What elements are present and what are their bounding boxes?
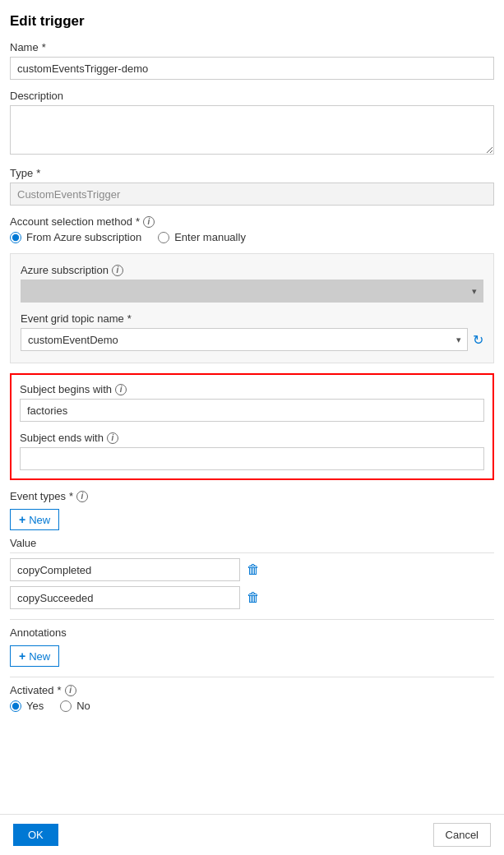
ok-button[interactable]: OK <box>13 824 58 846</box>
subject-begins-label: Subject begins with i <box>20 383 484 395</box>
subject-begins-info-icon[interactable]: i <box>115 384 127 395</box>
footer: OK Cancel <box>0 814 504 855</box>
cancel-button[interactable]: Cancel <box>433 823 491 847</box>
event-types-value-list: Value 🗑 🗑 <box>10 537 494 609</box>
type-label: Type * <box>10 167 494 179</box>
event-grid-group: Event grid topic name * customEventDemo … <box>21 312 483 351</box>
event-grid-refresh-icon[interactable]: ↻ <box>473 332 483 348</box>
description-input[interactable] <box>10 105 494 155</box>
azure-section: Azure subscription i ▾ Event grid topic … <box>10 253 494 363</box>
table-row: 🗑 <box>10 586 494 609</box>
account-selection-group: Account selection method * i From Azure … <box>10 215 494 243</box>
radio-yes-input[interactable] <box>10 700 21 712</box>
divider-2 <box>10 677 494 677</box>
subject-ends-input[interactable] <box>20 447 484 470</box>
type-input <box>10 183 494 206</box>
plus-icon: + <box>19 513 25 526</box>
azure-subscription-label: Azure subscription i <box>21 264 483 276</box>
subject-ends-label: Subject ends with i <box>20 432 484 444</box>
radio-enter-manually[interactable]: Enter manually <box>158 231 246 243</box>
azure-subscription-group: Azure subscription i ▾ <box>21 264 483 303</box>
event-type-1-input[interactable] <box>10 558 240 581</box>
activated-label: Activated * i <box>10 684 494 696</box>
delete-event-type-2-icon[interactable]: 🗑 <box>247 590 260 605</box>
radio-azure-input[interactable] <box>10 232 21 243</box>
activated-radio-group: Yes No <box>10 700 494 712</box>
page-container: Edit trigger Name * Description Type * A… <box>0 0 504 771</box>
radio-azure-subscription[interactable]: From Azure subscription <box>10 231 141 243</box>
value-column-header: Value <box>10 537 494 553</box>
name-field-group: Name * <box>10 41 494 80</box>
radio-no-input[interactable] <box>60 700 72 712</box>
event-types-group: Event types * i + New Value 🗑 🗑 <box>10 490 494 609</box>
event-grid-label: Event grid topic name * <box>21 312 483 325</box>
activated-group: Activated * i Yes No <box>10 684 494 712</box>
account-selection-radio-group: From Azure subscription Enter manually <box>10 231 494 243</box>
description-label: Description <box>10 90 494 102</box>
annotations-label: Annotations <box>10 626 494 639</box>
event-types-label: Event types * i <box>10 490 494 502</box>
name-label: Name * <box>10 41 494 53</box>
event-types-info-icon[interactable]: i <box>76 491 88 502</box>
azure-subscription-select-wrapper: ▾ <box>21 280 483 303</box>
event-grid-select[interactable]: customEventDemo <box>21 328 468 351</box>
event-grid-select-wrapper: customEventDemo ▾ <box>21 328 468 351</box>
radio-yes[interactable]: Yes <box>10 700 44 712</box>
event-grid-select-row: customEventDemo ▾ ↻ <box>21 328 483 351</box>
divider <box>10 619 494 620</box>
azure-subscription-info-icon[interactable]: i <box>112 265 123 276</box>
table-row: 🗑 <box>10 558 494 581</box>
event-type-2-input[interactable] <box>10 586 240 609</box>
name-input[interactable] <box>10 57 494 80</box>
subject-begins-group: Subject begins with i <box>20 383 484 422</box>
subject-section: Subject begins with i Subject ends with … <box>10 373 494 480</box>
azure-subscription-select[interactable] <box>21 280 483 303</box>
account-selection-label: Account selection method * i <box>10 215 494 228</box>
radio-manual-input[interactable] <box>158 232 169 243</box>
annotations-new-button[interactable]: + New <box>10 645 59 667</box>
subject-ends-group: Subject ends with i <box>20 432 484 470</box>
delete-event-type-1-icon[interactable]: 🗑 <box>247 562 260 577</box>
subject-begins-input[interactable] <box>20 399 484 422</box>
page-title: Edit trigger <box>10 13 494 30</box>
annotations-plus-icon: + <box>19 649 25 663</box>
type-field-group: Type * <box>10 167 494 206</box>
activated-info-icon[interactable]: i <box>65 685 76 696</box>
description-field-group: Description <box>10 90 494 157</box>
subject-ends-info-icon[interactable]: i <box>107 432 118 444</box>
event-types-new-button[interactable]: + New <box>10 509 59 530</box>
radio-no[interactable]: No <box>60 700 90 712</box>
annotations-group: Annotations + New <box>10 626 494 667</box>
account-selection-info-icon[interactable]: i <box>143 216 155 228</box>
